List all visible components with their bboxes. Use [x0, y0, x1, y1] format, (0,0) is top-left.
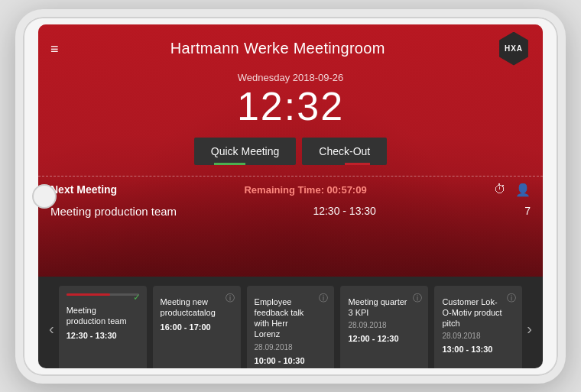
card-title: Meeting quarter 3 KPI [348, 296, 408, 319]
top-section: ≡ Hartmann Werke Meetingroom HXA Wednesd… [38, 24, 543, 277]
card-title: Employee feedback talk with Herr Lorenz [255, 296, 315, 340]
cards-row: ✓Meeting production team12:30 - 13:30ⓘMe… [59, 286, 523, 368]
card-info-icon: ⓘ [226, 292, 235, 305]
time-display: 12:32 [237, 85, 344, 128]
top-content: ≡ Hartmann Werke Meetingroom HXA Wednesd… [38, 24, 543, 277]
card-title: Meeting new productcatalog [161, 296, 221, 319]
quick-meeting-button[interactable]: Quick Meeting [194, 138, 296, 165]
card-title: Customer Lok-O-Motiv product pitch [442, 296, 502, 329]
card-time: 10:00 - 10:30 [255, 356, 327, 365]
prev-arrow[interactable]: ‹ [44, 320, 59, 338]
menu-icon[interactable]: ≡ [50, 42, 59, 56]
meeting-card[interactable]: ✓Meeting production team12:30 - 13:30 [59, 286, 147, 368]
date-display: Wednesday 2018-09-26 [237, 72, 344, 83]
next-arrow[interactable]: › [522, 320, 537, 338]
home-button[interactable] [32, 184, 57, 209]
room-title: Hartmann Werke Meetingroom [59, 40, 497, 57]
datetime-section: Wednesday 2018-09-26 12:32 [237, 72, 344, 128]
device-frame: ≡ Hartmann Werke Meetingroom HXA Wednesd… [15, 9, 566, 384]
meeting-card[interactable]: ⓘCustomer Lok-O-Motiv product pitch28.09… [434, 286, 522, 368]
card-time: 16:00 - 17:00 [161, 322, 233, 332]
bottom-section: ‹ ✓Meeting production team12:30 - 13:30ⓘ… [38, 277, 543, 368]
header: ≡ Hartmann Werke Meetingroom HXA [38, 24, 543, 69]
next-meeting-label: Next Meeting [50, 183, 117, 196]
card-date: 28.09.2018 [255, 343, 327, 352]
logo-text: HXA [505, 44, 523, 53]
next-meeting-bar: Next Meeting Remaining Time: 00:57:09 ⏱ … [38, 177, 543, 203]
current-meeting-name: Meeting production team [50, 205, 177, 218]
screen: ≡ Hartmann Werke Meetingroom HXA Wednesd… [38, 24, 543, 368]
card-time: 12:30 - 13:30 [67, 331, 139, 340]
card-time: 13:00 - 13:30 [442, 345, 514, 354]
person-icon[interactable]: 👤 [515, 183, 531, 197]
check-out-button[interactable]: Check-Out [302, 138, 387, 165]
card-date: 28.09.2018 [442, 332, 514, 340]
card-progress-bar [67, 293, 139, 296]
card-title: Meeting production team [67, 305, 127, 327]
remaining-time: Remaining Time: 00:57:09 [244, 184, 366, 196]
meeting-card[interactable]: ⓘEmployee feedback talk with Herr Lorenz… [247, 286, 335, 368]
card-date: 28.09.2018 [348, 321, 420, 329]
clock-icon[interactable]: ⏱ [494, 183, 506, 196]
card-info-icon: ⓘ [319, 292, 328, 305]
card-progress-fill [67, 293, 110, 296]
current-meeting-time: 12:30 - 13:30 [313, 205, 376, 217]
card-info-icon: ⓘ [507, 292, 516, 305]
meeting-card[interactable]: ⓘMeeting new productcatalog16:00 - 17:00 [153, 286, 241, 368]
meeting-attendees-count: 7 [524, 205, 531, 217]
action-buttons: Quick Meeting Check-Out [194, 138, 387, 165]
card-check-icon: ✓ [133, 292, 141, 303]
meeting-icons: ⏱ 👤 [494, 183, 531, 197]
card-info-icon: ⓘ [413, 292, 422, 305]
meeting-card[interactable]: ⓘMeeting quarter 3 KPI28.09.201812:00 - … [340, 286, 428, 368]
card-time: 12:00 - 12:30 [348, 334, 420, 343]
meeting-detail-row: Meeting production team 12:30 - 13:30 7 [38, 203, 543, 224]
logo-badge: HXA [497, 32, 531, 66]
